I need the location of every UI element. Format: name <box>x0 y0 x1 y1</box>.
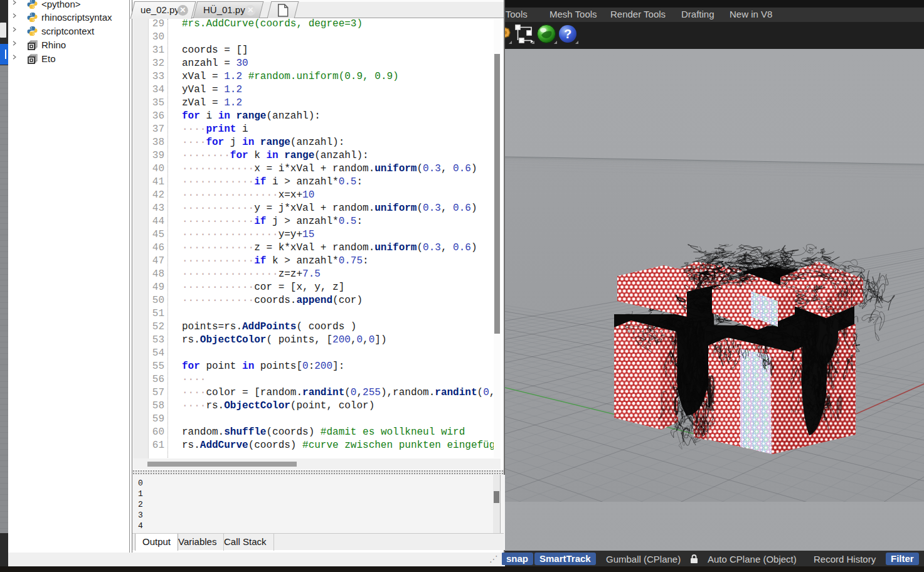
svg-text:?: ? <box>564 27 571 41</box>
